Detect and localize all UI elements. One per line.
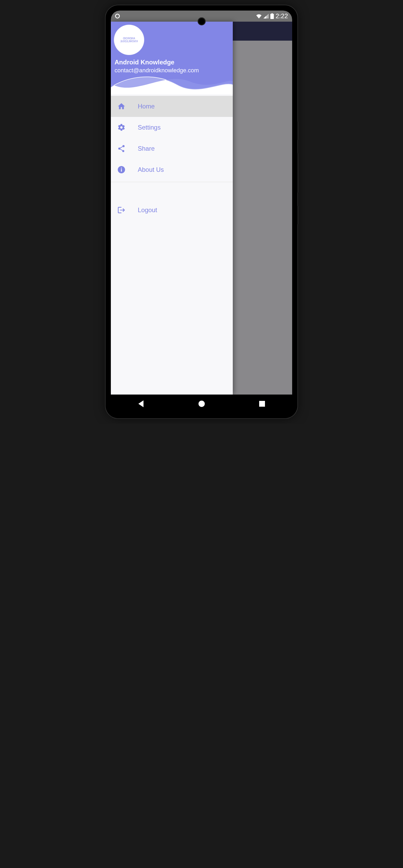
phone-frame: 2:22 ent ANDROID KNOWLEDGE Android Knowl… xyxy=(105,5,298,418)
phone-side-buttons xyxy=(298,121,299,238)
drawer-menu: Home Settings Share xyxy=(111,94,233,221)
wifi-icon xyxy=(256,14,262,19)
navigation-drawer: ANDROID KNOWLEDGE Android Knowledge cont… xyxy=(111,22,233,395)
home-button[interactable] xyxy=(198,400,205,407)
avatar: ANDROID KNOWLEDGE xyxy=(114,25,144,55)
svg-point-5 xyxy=(198,401,205,407)
logout-icon xyxy=(117,206,126,214)
home-icon xyxy=(117,102,126,111)
svg-rect-1 xyxy=(272,13,273,14)
cell-signal-icon xyxy=(264,14,269,19)
battery-icon xyxy=(270,13,274,19)
volume-button[interactable] xyxy=(298,153,299,193)
info-icon xyxy=(117,165,126,174)
menu-gap xyxy=(111,184,233,199)
power-button[interactable] xyxy=(298,121,299,140)
phone-inner: 2:22 ent ANDROID KNOWLEDGE Android Knowl… xyxy=(111,10,292,413)
nav-item-label: Home xyxy=(138,103,155,110)
status-right: 2:22 xyxy=(256,12,288,20)
recents-button[interactable] xyxy=(259,400,266,407)
status-indicator-icon xyxy=(115,14,120,19)
status-time: 2:22 xyxy=(276,12,288,20)
svg-rect-3 xyxy=(121,169,122,172)
drawer-header: ANDROID KNOWLEDGE Android Knowledge cont… xyxy=(111,22,233,94)
drawer-header-name: Android Knowledge xyxy=(115,59,233,66)
nav-item-share[interactable]: Share xyxy=(111,138,233,159)
nav-item-label: Settings xyxy=(138,124,161,131)
nav-item-settings[interactable]: Settings xyxy=(111,117,233,138)
system-navigation-bar xyxy=(111,395,292,413)
nav-item-label: About Us xyxy=(138,166,164,174)
svg-point-4 xyxy=(121,167,122,168)
svg-rect-6 xyxy=(259,401,265,407)
avatar-text: ANDROID KNOWLEDGE xyxy=(114,37,144,43)
nav-item-label: Logout xyxy=(138,206,157,214)
svg-rect-0 xyxy=(271,14,274,19)
wave-decoration xyxy=(111,71,233,94)
settings-icon xyxy=(117,123,126,132)
nav-item-label: Share xyxy=(138,145,155,152)
nav-item-home[interactable]: Home xyxy=(111,96,233,117)
nav-item-about[interactable]: About Us xyxy=(111,159,233,180)
side-button[interactable] xyxy=(298,206,299,224)
camera-notch xyxy=(198,18,206,25)
nav-item-logout[interactable]: Logout xyxy=(111,199,233,221)
share-icon xyxy=(117,144,126,153)
back-button[interactable] xyxy=(138,400,145,407)
screen: 2:22 ent ANDROID KNOWLEDGE Android Knowl… xyxy=(111,10,292,413)
